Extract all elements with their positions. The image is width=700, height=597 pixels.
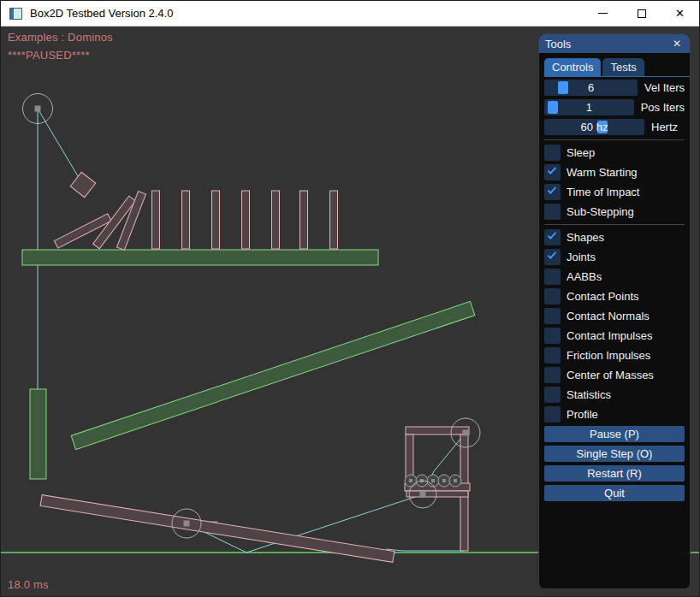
domino-standing-5 (272, 191, 280, 249)
tab-controls[interactable]: Controls (544, 58, 601, 76)
checkbox-box[interactable] (544, 288, 561, 304)
checkbox-box[interactable] (544, 204, 561, 220)
physics-canvas[interactable]: Examples : Dominos ****PAUSED**** 18.0 m… (1, 27, 700, 597)
checkbox-box[interactable] (544, 229, 561, 245)
checkbox-box[interactable] (544, 367, 561, 383)
tools-panel-body: 6 Vel Iters 1 Pos Iters 60 hz (539, 77, 690, 501)
fallen-dominoes[interactable] (54, 192, 145, 251)
slider-value: 1 (586, 101, 592, 114)
slider-grab[interactable] (558, 81, 568, 94)
slider-grab[interactable] (548, 101, 558, 114)
tools-close-button[interactable]: ✕ (670, 37, 684, 50)
hertz-row: 60 hz Hertz (544, 119, 685, 135)
checkbox-sleep[interactable]: Sleep (544, 145, 685, 161)
tools-titlebar[interactable]: Tools ✕ (539, 34, 690, 53)
checkbox-label: Joints (567, 251, 596, 263)
domino-standing-6 (300, 191, 308, 249)
checkbox-profile[interactable]: Profile (544, 406, 685, 423)
window-title: Box2D Testbed Version 2.4.0 (30, 7, 584, 20)
slider-label: Hertz (651, 121, 678, 133)
quit-button[interactable]: Quit (544, 485, 685, 501)
tab-tests[interactable]: Tests (602, 58, 644, 76)
cart-shelf-plate (406, 491, 468, 497)
close-icon: ✕ (675, 7, 685, 20)
checkbox-time-of-impact[interactable]: Time of Impact (544, 184, 685, 200)
domino-standing-3 (212, 191, 220, 249)
checkbox-label: Time of Impact (567, 186, 639, 198)
checkbox-label: Sleep (567, 146, 595, 159)
checkbox-contact-points[interactable]: Contact Points (544, 288, 685, 304)
check-icon (548, 165, 556, 174)
restart-button[interactable]: Restart (R) (544, 465, 685, 482)
close-button[interactable]: ✕ (661, 1, 699, 26)
maximize-button[interactable] (622, 1, 661, 26)
checkbox-joints[interactable]: Joints (544, 249, 685, 265)
pos-iters-slider[interactable]: 1 (544, 99, 634, 115)
checkbox-box[interactable] (544, 387, 561, 403)
checkbox-box[interactable] (544, 328, 561, 344)
separator (544, 224, 685, 225)
checkbox-statistics[interactable]: Statistics (544, 387, 685, 403)
checkbox-box[interactable] (544, 249, 561, 265)
checkbox-label: Center of Masses (567, 369, 654, 381)
checkbox-box[interactable] (544, 269, 561, 285)
cart-top-bar (406, 427, 469, 434)
platform-shelf (22, 250, 378, 265)
checkbox-center-of-masses[interactable]: Center of Masses (544, 367, 685, 383)
hertz-slider[interactable]: 60 hz (544, 119, 644, 135)
checkbox-box[interactable] (544, 347, 561, 364)
slider-value: 6 (588, 81, 594, 94)
check-icon (548, 250, 556, 259)
checkbox-box[interactable] (544, 164, 561, 180)
checkbox-shapes[interactable]: Shapes (544, 229, 685, 245)
slider-label: Vel Iters (644, 81, 685, 94)
minimize-button[interactable] (584, 1, 622, 26)
checkbox-box[interactable] (544, 308, 561, 324)
checkbox-label: AABBs (567, 270, 602, 283)
vel-iters-slider[interactable]: 6 (544, 80, 638, 96)
checkbox-box[interactable] (544, 406, 561, 423)
domino-standing-1 (152, 191, 160, 249)
tools-title: Tools (545, 38, 670, 50)
app-window: Box2D Testbed Version 2.4.0 ✕ (0, 0, 700, 597)
os-titlebar: Box2D Testbed Version 2.4.0 ✕ (1, 1, 699, 27)
check-icon (548, 185, 556, 194)
pendulum-bob[interactable] (70, 172, 95, 197)
slider-label: Pos Iters (641, 101, 685, 114)
checkbox-friction-impulses[interactable]: Friction Impulses (544, 347, 685, 364)
checkbox-label: Profile (567, 408, 598, 421)
paused-label: ****PAUSED**** (8, 49, 90, 62)
domino-standing-2 (182, 191, 190, 249)
app-icon (9, 8, 22, 20)
vel-iters-row: 6 Vel Iters (544, 80, 685, 96)
maximize-icon (638, 9, 646, 18)
checkbox-label: Warm Starting (567, 166, 638, 179)
checkbox-sub-stepping[interactable]: Sub-Stepping (544, 204, 685, 220)
tools-panel: Tools ✕ Controls Tests 6 Vel Iters (538, 33, 691, 589)
button-stack: Pause (P) Single Step (O) Restart (R) Qu… (544, 426, 685, 501)
checkbox-box[interactable] (544, 145, 561, 161)
slider-value: 60 hz (581, 121, 608, 133)
checkbox-contact-normals[interactable]: Contact Normals (544, 308, 685, 324)
pause-button[interactable]: Pause (P) (544, 426, 685, 442)
standing-dominoes[interactable] (152, 191, 338, 249)
separator (544, 139, 685, 140)
checkbox-label: Friction Impulses (567, 349, 650, 362)
example-label: Examples : Dominos (8, 31, 113, 44)
domino-standing-4 (242, 191, 250, 249)
tools-tabbar: Controls Tests (544, 58, 690, 77)
single-step-button[interactable]: Single Step (O) (544, 446, 685, 462)
checkbox-label: Contact Impulses (567, 329, 652, 342)
checkbox-label: Contact Normals (567, 310, 650, 322)
domino-standing-7 (330, 191, 338, 249)
elevator-block (30, 389, 46, 479)
checkbox-warm-starting[interactable]: Warm Starting (544, 164, 685, 180)
checkbox-label: Contact Points (567, 290, 639, 303)
check-icon (548, 230, 556, 239)
checkbox-aabbs[interactable]: AABBs (544, 269, 685, 285)
checkbox-box[interactable] (544, 184, 561, 200)
checkbox-contact-impulses[interactable]: Contact Impulses (544, 328, 685, 344)
cart-frame[interactable] (405, 427, 470, 551)
checkbox-label: Shapes (567, 231, 604, 244)
pos-iters-row: 1 Pos Iters (544, 99, 685, 115)
